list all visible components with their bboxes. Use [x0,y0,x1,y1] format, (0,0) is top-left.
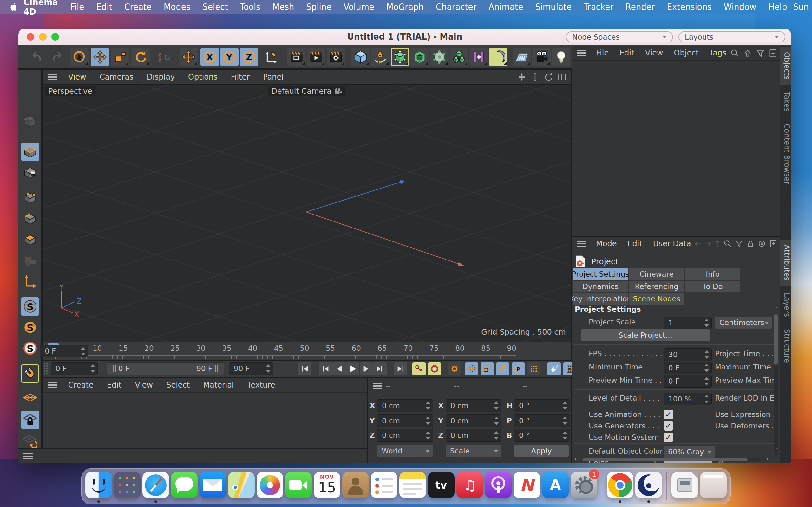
object-menu-item[interactable]: Object [669,49,704,57]
menubar-item[interactable]: Mesh [266,2,300,12]
attribute-tab[interactable]: Key Interpolation [573,293,628,304]
menubar-item[interactable]: File [64,2,90,12]
filter-icon[interactable] [756,49,765,58]
attribute-tab[interactable]: To Do [685,281,740,292]
material-menu-icon[interactable] [48,382,57,388]
transform-mode-dropdown[interactable]: Scale [446,445,502,457]
filter-icon[interactable] [734,239,744,248]
menubar-item[interactable]: Character [430,2,483,12]
field-button[interactable] [489,48,507,66]
viewport-solo-single-button[interactable]: S [21,318,39,337]
side-tab[interactable]: Structure [780,324,791,368]
stepper-icon[interactable] [494,417,499,425]
dock-item-photos[interactable] [257,472,283,504]
edges-mode-button[interactable] [21,210,39,228]
object-tree-area[interactable] [571,61,780,236]
range-handle-right[interactable] [215,365,218,372]
goto-next-key-button[interactable] [373,362,387,376]
stepper-icon[interactable] [90,364,95,373]
ruler-track[interactable]: 051015202530354045505560657075808590 [50,343,516,354]
dock-item-music[interactable]: ♫ [456,472,483,504]
attribute-tab[interactable]: Info [685,268,740,280]
history-back-icon[interactable]: ← [695,239,702,248]
parent-up-icon[interactable]: ↑ [714,239,721,248]
side-tab[interactable]: Objects [780,47,791,84]
viewport-menu-item[interactable]: Panel [256,72,290,81]
render-settings-button[interactable] [327,48,345,66]
object-menu-item[interactable]: File [591,49,614,57]
dock-item-messages[interactable] [171,472,198,504]
material-menu-item[interactable]: Material [196,381,241,389]
attribute-menu-icon[interactable] [577,240,586,247]
menubar-item[interactable]: Simulate [529,2,577,12]
add-spline-pen-button[interactable] [371,48,390,66]
record-active-objects-button[interactable] [412,362,426,376]
pos-y-field[interactable]: 0 cm [377,414,433,427]
menubar-item[interactable]: Tracker [577,2,619,12]
section-header[interactable]: Project Settings [575,305,641,314]
attribute-menu-item[interactable]: User Data [648,239,697,248]
dock-item-contacts[interactable] [342,472,369,504]
menubar-item[interactable]: Animate [483,2,529,12]
side-tab[interactable]: Content Browser [780,118,791,189]
viewport-solo-off-button[interactable]: S [21,297,39,316]
stepper-icon[interactable] [426,401,430,410]
size-z-field[interactable]: 0 cm [446,429,502,442]
apply-button[interactable]: Apply [514,445,569,457]
goto-previous-frame-button[interactable] [333,362,346,376]
record-state-icon[interactable] [757,239,766,248]
global-move-tool[interactable] [180,48,198,66]
menubar-item[interactable]: Render [619,2,661,12]
search-icon[interactable] [730,49,740,58]
side-tab[interactable]: Takes [780,87,791,117]
fps-field[interactable]: 30 [664,348,712,361]
add-panel-icon[interactable] [768,49,778,58]
goto-next-frame-button[interactable] [360,362,373,376]
psr-last-tool[interactable]: PSR [152,48,177,66]
material-menu-item[interactable]: Texture [241,381,282,389]
object-menu-item[interactable]: View [640,49,669,57]
generator-extrude-button[interactable] [410,48,429,66]
dock-item-app-store[interactable]: A [542,472,569,504]
stepper-icon[interactable] [705,395,709,403]
viewport-menu-item[interactable]: Cameras [93,72,140,81]
coordinate-space-dropdown[interactable]: World [377,445,433,457]
render-view-button[interactable] [287,48,306,66]
attribute-menu-item[interactable]: Edit [622,239,647,248]
default-color-dropdown[interactable]: 60% Gray [664,446,715,458]
enable-axis-button[interactable] [21,272,39,291]
scroll-down-icon[interactable]: ˅ [775,447,778,454]
preview-range-slider[interactable]: 0 F 90 F [107,362,224,375]
redo-button[interactable] [48,48,66,66]
move-tool[interactable] [91,48,109,66]
lock-x-axis-button[interactable]: X [200,48,219,66]
dock-item-notes[interactable] [399,472,426,504]
goto-previous-key-button[interactable] [319,362,332,376]
add-floor-button[interactable] [513,48,531,66]
attribute-tab[interactable]: Dynamics [573,281,628,292]
viewport-menu-item[interactable]: Display [140,72,182,81]
dock-item-calendar[interactable]: NOV15 [314,472,340,504]
use-animation-checkbox[interactable] [664,410,673,419]
coordinate-menu-icon[interactable] [373,383,382,389]
autokeying-button[interactable] [428,362,441,376]
menubar-item[interactable]: Create [118,2,158,12]
scale-project-button[interactable]: Scale Project... [581,329,710,341]
object-menu-icon[interactable] [577,50,586,56]
size-y-field[interactable]: 0 cm [446,414,502,427]
pan-view-icon[interactable] [517,72,526,82]
viewport-menu-item[interactable]: Options [182,72,224,81]
subdivision-surface-button[interactable] [391,48,409,66]
key-rotation-toggle[interactable] [496,362,509,376]
rot-p-field[interactable]: 0 ° [514,414,570,427]
stepper-icon[interactable] [705,350,709,359]
dock-item-podcasts[interactable] [485,472,512,504]
viewport-menu-item[interactable]: View [61,72,93,81]
dock-item-finder[interactable] [85,472,112,504]
menubar-item[interactable]: Extensions [661,2,718,12]
preview-min-field[interactable]: 0 F [664,375,712,388]
live-selection-tool[interactable] [70,48,89,66]
dock-item-news[interactable]: N [513,472,540,504]
rotate-tool[interactable] [131,48,150,66]
stepper-icon[interactable] [81,347,85,355]
